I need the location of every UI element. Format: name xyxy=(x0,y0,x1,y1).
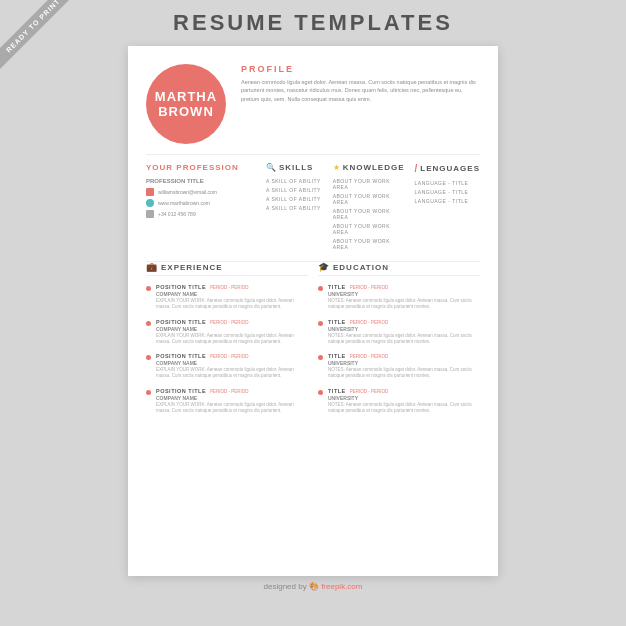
language-item-3: LANGUAGE - TITLE xyxy=(415,198,480,204)
skill-item-3: A SKILL OF ABILITY xyxy=(266,196,323,202)
exp-company-2: COMPANY NAME xyxy=(156,326,308,332)
resume-mid-section: YOUR PROFESSION PROFESSION TITLE william… xyxy=(128,155,498,261)
edu-row-2: TITLE PERIOD - PERIOD xyxy=(328,319,480,325)
edu-title-2: TITLE xyxy=(328,319,346,325)
knowledge-item-4: ABOUT YOUR WORK AREA xyxy=(333,223,405,235)
language-item-2: LANGUAGE - TITLE xyxy=(415,189,480,195)
experience-content-4: POSITION TITLE PERIOD - PERIOD COMPANY N… xyxy=(156,388,308,415)
profession-section-title: YOUR PROFESSION xyxy=(146,163,256,172)
contact-phone: +34 012 456 789 xyxy=(146,210,256,218)
edu-dot-3 xyxy=(318,355,323,360)
experience-content-2: POSITION TITLE PERIOD - PERIOD COMPANY N… xyxy=(156,319,308,346)
skills-title: SKILLS xyxy=(279,163,313,172)
exp-date-3: PERIOD - PERIOD xyxy=(210,354,249,359)
profile-section: PROFILE Aenean commodo ligula eget dolor… xyxy=(241,64,480,103)
experience-column: 💼 EXPERIENCE POSITION TITLE PERIOD - PER… xyxy=(146,262,308,422)
experience-content-1: POSITION TITLE PERIOD - PERIOD COMPANY N… xyxy=(156,284,308,311)
exp-desc-3: EXPLAIN YOUR WORK: Aenean commodo ligula… xyxy=(156,367,308,380)
exp-title-3: POSITION TITLE xyxy=(156,353,206,359)
timeline-dot-3 xyxy=(146,355,151,360)
page-header: RESUME TEMPLATES xyxy=(0,0,626,44)
edu-dot-2 xyxy=(318,321,323,326)
experience-item-4: POSITION TITLE PERIOD - PERIOD COMPANY N… xyxy=(146,388,308,415)
language-item-1: LANGUAGE - TITLE xyxy=(415,180,480,186)
email-icon xyxy=(146,188,154,196)
contact-email-text: williamsbrown@email.com xyxy=(158,189,217,195)
experience-item-3: POSITION TITLE PERIOD - PERIOD COMPANY N… xyxy=(146,353,308,380)
profile-label: PROFILE xyxy=(241,64,480,74)
edu-date-4: PERIOD - PERIOD xyxy=(350,389,389,394)
edu-row-3: TITLE PERIOD - PERIOD xyxy=(328,353,480,359)
knowledge-item-5: ABOUT YOUR WORK AREA xyxy=(333,238,405,250)
ribbon-text: READY TO PRINT xyxy=(0,0,77,70)
exp-row-1: POSITION TITLE PERIOD - PERIOD xyxy=(156,284,308,290)
education-title: EDUCATION xyxy=(333,263,389,272)
timeline-dot-1 xyxy=(146,286,151,291)
experience-title: EXPERIENCE xyxy=(161,263,223,272)
edu-row-4: TITLE PERIOD - PERIOD xyxy=(328,388,480,394)
exp-row-3: POSITION TITLE PERIOD - PERIOD xyxy=(156,353,308,359)
profession-title: PROFESSION TITLE xyxy=(146,178,256,184)
exp-row-4: POSITION TITLE PERIOD - PERIOD xyxy=(156,388,308,394)
contact-web: www.marthabrown.com xyxy=(146,199,256,207)
exp-title-1: POSITION TITLE xyxy=(156,284,206,290)
page-footer: designed by 🎨 freepik.com xyxy=(0,576,626,595)
experience-header: 💼 EXPERIENCE xyxy=(146,262,308,276)
skills-header: 🔍 SKILLS xyxy=(266,163,323,172)
knowledge-item-3: ABOUT YOUR WORK AREA xyxy=(333,208,405,220)
education-content-2: TITLE PERIOD - PERIOD University NOTES: … xyxy=(328,319,480,346)
knowledge-header: ★ KNOWLEDGE xyxy=(333,163,405,172)
knowledge-title: KNOWLEDGE xyxy=(343,163,405,172)
contact-phone-text: +34 012 456 789 xyxy=(158,211,196,217)
exp-title-4: POSITION TITLE xyxy=(156,388,206,394)
education-content-4: TITLE PERIOD - PERIOD University NOTES: … xyxy=(328,388,480,415)
edu-desc-1: NOTES: Aenean commodo ligula eget dolor.… xyxy=(328,298,480,311)
slash-icon: / xyxy=(415,163,418,174)
profession-column: YOUR PROFESSION PROFESSION TITLE william… xyxy=(146,163,256,253)
education-item-4: TITLE PERIOD - PERIOD University NOTES: … xyxy=(318,388,480,415)
education-item-3: TITLE PERIOD - PERIOD University NOTES: … xyxy=(318,353,480,380)
knowledge-column: ★ KNOWLEDGE ABOUT YOUR WORK AREA ABOUT Y… xyxy=(333,163,405,253)
name-last: BROWN xyxy=(158,104,214,119)
education-content-1: TITLE PERIOD - PERIOD University NOTES: … xyxy=(328,284,480,311)
contact-web-text: www.marthabrown.com xyxy=(158,200,210,206)
search-icon: 🔍 xyxy=(266,163,276,172)
exp-company-1: COMPANY NAME xyxy=(156,291,308,297)
edu-company-1: University xyxy=(328,291,480,297)
exp-desc-1: EXPLAIN YOUR WORK: Aenean commodo ligula… xyxy=(156,298,308,311)
edu-date-2: PERIOD - PERIOD xyxy=(350,320,389,325)
timeline-dot-4 xyxy=(146,390,151,395)
profile-text: Aenean commodo ligula eget dolor. Aenean… xyxy=(241,78,480,103)
resume-top-section: MARTHA BROWN PROFILE Aenean commodo ligu… xyxy=(128,46,498,154)
ready-to-print-ribbon: READY TO PRINT xyxy=(0,0,90,90)
avatar-circle: MARTHA BROWN xyxy=(146,64,226,144)
exp-date-1: PERIOD - PERIOD xyxy=(210,285,249,290)
education-column: 🎓 EDUCATION TITLE PERIOD - PERIOD Univer… xyxy=(318,262,480,422)
edu-company-3: University xyxy=(328,360,480,366)
exp-date-4: PERIOD - PERIOD xyxy=(210,389,249,394)
resume-bottom-section: 💼 EXPERIENCE POSITION TITLE PERIOD - PER… xyxy=(128,262,498,437)
edu-row-1: TITLE PERIOD - PERIOD xyxy=(328,284,480,290)
skills-column: 🔍 SKILLS A SKILL OF ABILITY A SKILL OF A… xyxy=(266,163,323,253)
web-icon xyxy=(146,199,154,207)
resume-paper: MARTHA BROWN PROFILE Aenean commodo ligu… xyxy=(128,46,498,576)
edu-title-4: TITLE xyxy=(328,388,346,394)
edu-desc-2: NOTES: Aenean commodo ligula eget dolor.… xyxy=(328,333,480,346)
phone-icon xyxy=(146,210,154,218)
edu-title-3: TITLE xyxy=(328,353,346,359)
skill-item-1: A SKILL OF ABILITY xyxy=(266,178,323,184)
page-title: RESUME TEMPLATES xyxy=(0,10,626,36)
experience-item-2: POSITION TITLE PERIOD - PERIOD COMPANY N… xyxy=(146,319,308,346)
star-icon: ★ xyxy=(333,163,340,172)
edu-desc-3: NOTES: Aenean commodo ligula eget dolor.… xyxy=(328,367,480,380)
exp-desc-4: EXPLAIN YOUR WORK: Aenean commodo ligula… xyxy=(156,402,308,415)
education-item-2: TITLE PERIOD - PERIOD University NOTES: … xyxy=(318,319,480,346)
education-header: 🎓 EDUCATION xyxy=(318,262,480,276)
exp-desc-2: EXPLAIN YOUR WORK: Aenean commodo ligula… xyxy=(156,333,308,346)
experience-item-1: POSITION TITLE PERIOD - PERIOD COMPANY N… xyxy=(146,284,308,311)
edu-dot-1 xyxy=(318,286,323,291)
languages-column: / LENGUAGES LANGUAGE - TITLE LANGUAGE - … xyxy=(415,163,480,253)
graduation-icon: 🎓 xyxy=(318,262,329,272)
edu-title-1: TITLE xyxy=(328,284,346,290)
exp-title-2: POSITION TITLE xyxy=(156,319,206,325)
